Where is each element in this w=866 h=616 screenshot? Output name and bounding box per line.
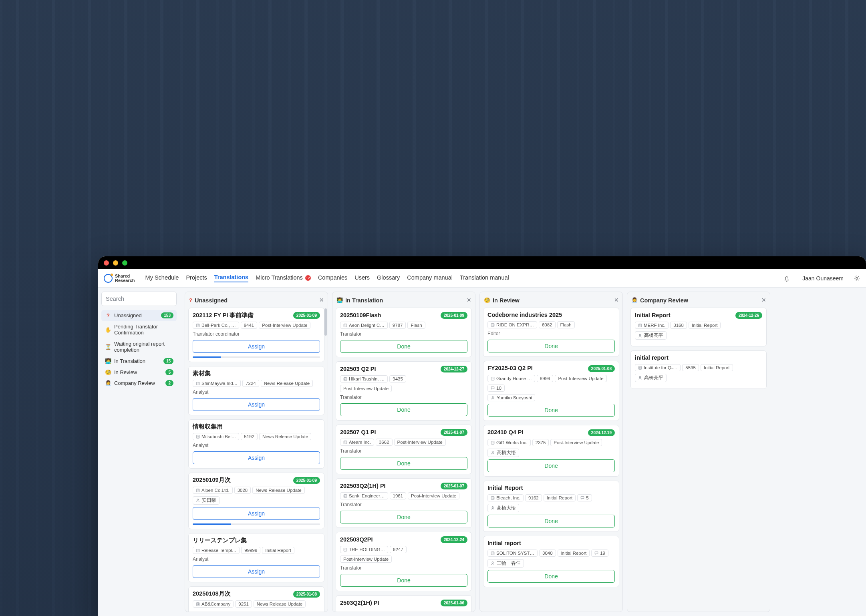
kanban-card[interactable]: 202507 Q1 PI2025-01-07Ateam Inc.3662Post… — [336, 425, 472, 474]
company-tag: Hikari Tsushin, … — [340, 375, 388, 382]
company-tag: Sanki Engineer… — [340, 492, 388, 499]
svg-rect-17 — [197, 489, 197, 490]
done-button[interactable]: Done — [487, 515, 615, 527]
done-button[interactable]: Done — [487, 404, 615, 417]
sidebar-item[interactable]: ✋Pending Translator Confirmation — [101, 321, 177, 338]
nav-glossary[interactable]: Glossary — [377, 274, 400, 282]
kanban-card[interactable]: 素材集ShinMaywa Ind…7224News Release Update… — [188, 366, 324, 415]
window-zoom-dot[interactable] — [122, 260, 127, 266]
svg-point-91 — [639, 334, 641, 336]
svg-rect-61 — [493, 325, 493, 326]
done-button[interactable]: Done — [487, 340, 615, 352]
assign-button[interactable]: Assign — [193, 398, 320, 411]
svg-rect-29 — [198, 603, 199, 604]
nav-translations[interactable]: Translations — [214, 274, 248, 282]
kanban-card[interactable]: initial reportInstitute for Q-…5595Initi… — [630, 350, 767, 389]
nav-company-manual[interactable]: Company manual — [407, 274, 453, 282]
user-name[interactable]: Jaan Ounaseem — [802, 275, 844, 282]
svg-rect-84 — [493, 554, 493, 554]
card-title: FY2025-03 Q2 PI — [487, 365, 533, 372]
scrollbar[interactable] — [324, 308, 327, 336]
kanban-card[interactable]: 20250109Flash2025-01-09Aeon Delight C…97… — [336, 308, 472, 357]
svg-rect-10 — [198, 384, 199, 384]
kanban-card[interactable]: リリーステンプレ集Release Templ…99999Initial Repo… — [188, 533, 324, 582]
bell-icon[interactable] — [783, 275, 790, 282]
kanban-card[interactable]: 202503 Q2 PI2024-12-27Hikari Tsushin, …9… — [336, 361, 472, 421]
gear-icon[interactable] — [853, 275, 860, 282]
sidebar-item[interactable]: 👩‍💼Company Review2 — [101, 378, 177, 389]
kanban-card[interactable]: 20250108月次2025-01-08AB&Company9251News R… — [188, 586, 324, 612]
nav-my-schedule[interactable]: My Schedule — [145, 274, 179, 282]
brand-logo[interactable]: Shared Research — [104, 274, 135, 283]
done-button[interactable]: Done — [340, 403, 467, 416]
done-button[interactable]: Done — [487, 570, 615, 583]
svg-rect-15 — [198, 437, 199, 437]
close-icon[interactable]: × — [761, 296, 766, 304]
svg-rect-82 — [493, 552, 493, 553]
column-header: 👩‍💼Company Review× — [627, 292, 770, 305]
search-input[interactable]: Search — [101, 292, 177, 306]
kanban-card[interactable]: 202503Q2(1H) PI2025-01-07Sanki Engineer…… — [336, 478, 472, 528]
svg-rect-39 — [346, 378, 346, 378]
svg-rect-36 — [346, 326, 346, 326]
done-button[interactable]: Done — [340, 340, 467, 353]
company-tag: AB&Company — [193, 600, 234, 608]
done-button[interactable]: Done — [340, 574, 467, 587]
kanban-card[interactable]: 情報収集用Mitsuboshi Bel…5192News Release Upd… — [188, 419, 324, 469]
app-body: Search ?Unassigned153✋Pending Translator… — [98, 288, 866, 616]
nav-projects[interactable]: Projects — [186, 274, 207, 282]
kanban-card[interactable]: 202112 FY PI 事前準備2025-01-09Bell-Park Co.… — [188, 308, 324, 362]
done-button[interactable]: Done — [340, 511, 467, 523]
assign-button[interactable]: Assign — [193, 565, 320, 578]
svg-rect-34 — [346, 324, 346, 325]
company-tag: ShinMaywa Ind… — [193, 380, 241, 387]
sidebar-item-label: In Translation — [114, 358, 163, 364]
card-date-badge: 2025-01-08 — [293, 591, 320, 598]
svg-point-67 — [492, 396, 493, 398]
card-role: Translator — [340, 565, 467, 571]
kanban-card[interactable]: 202410 Q4 PI2024-12-19GiG Works Inc.2375… — [483, 425, 619, 477]
sidebar-glyph-icon: 🧐 — [105, 369, 112, 375]
svg-rect-35 — [344, 326, 345, 326]
kanban-card[interactable]: Codeborne industries 2025RIDE ON EXPR…60… — [483, 308, 619, 357]
window-close-dot[interactable] — [104, 260, 109, 266]
svg-rect-11 — [196, 435, 199, 439]
sidebar-item[interactable]: 👩‍💻In Translation15 — [101, 356, 177, 367]
assign-button[interactable]: Assign — [193, 340, 320, 353]
assign-button[interactable]: Assign — [193, 451, 320, 464]
svg-rect-80 — [491, 552, 494, 555]
nav-translation-manual[interactable]: Translation manual — [460, 274, 509, 282]
card-role: Translator — [340, 448, 467, 454]
sidebar-item-label: Pending Translator Confirmation — [114, 324, 173, 336]
sidebar-item-label: Waiting original report completion — [114, 341, 173, 353]
nav-users[interactable]: Users — [354, 274, 370, 282]
sidebar-glyph-icon: 👩‍💻 — [105, 358, 112, 364]
svg-rect-65 — [492, 379, 492, 379]
window-minimize-dot[interactable] — [113, 260, 118, 266]
close-icon[interactable]: × — [467, 296, 471, 304]
kanban-card[interactable]: Initial ReportBleach, Inc.9162Initial Re… — [483, 481, 619, 532]
card-role: Translator coordinator — [193, 331, 320, 337]
kanban-card[interactable]: Initial reportSOLITON SYST…3040Initial R… — [483, 536, 619, 587]
done-button[interactable]: Done — [340, 457, 467, 470]
nav-companies[interactable]: Companies — [318, 274, 347, 282]
card-title: 20250108月次 — [193, 591, 231, 597]
card-title: 素材集 — [193, 370, 211, 377]
assign-button[interactable]: Assign — [193, 507, 320, 520]
sidebar-item[interactable]: ⏳Waiting original report completion — [101, 338, 177, 356]
kanban-card[interactable]: 2503Q2(1H) PI2025-01-06 — [336, 595, 472, 612]
sidebar-item[interactable]: ?Unassigned153 — [101, 310, 177, 321]
close-icon[interactable]: × — [319, 296, 324, 304]
close-icon[interactable]: × — [614, 296, 618, 304]
column-header: 🧐In Review× — [480, 292, 622, 305]
kanban-card[interactable]: Initial Report2024-12-26MERF Inc.3168Ini… — [630, 308, 767, 346]
ticker-tag: 2375 — [532, 439, 549, 446]
kanban-card[interactable]: FY2025-03 Q2 PI2025-01-08Grandy House …8… — [483, 361, 619, 421]
kanban-card[interactable]: 20250109月次2025-01-09Alpen Co.Ltd.3028New… — [188, 473, 324, 529]
done-button[interactable]: Done — [487, 459, 615, 472]
nav-micro-translations[interactable]: Micro Translations 12 — [256, 274, 311, 282]
card-tags: Aeon Delight C…9787Flash — [340, 322, 467, 329]
svg-rect-16 — [196, 489, 199, 492]
sidebar-item[interactable]: 🧐In Review5 — [101, 367, 177, 378]
kanban-card[interactable]: 202503Q2PI2024-12-24TRE HOLDING…9247Post… — [336, 532, 472, 591]
